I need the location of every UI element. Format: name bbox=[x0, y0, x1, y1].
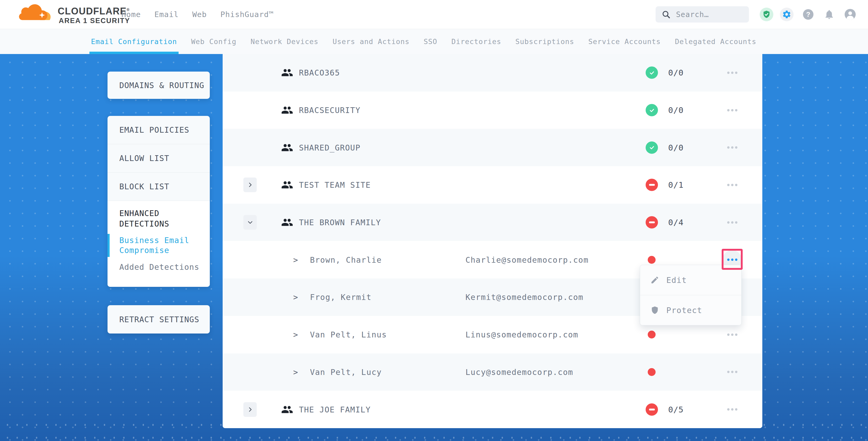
enhanced-detections-section: ENHANCED DETECTIONS Business Email Compr… bbox=[107, 200, 210, 287]
menu-item-edit[interactable]: Edit bbox=[640, 265, 741, 295]
flag-dot-icon bbox=[648, 330, 656, 339]
tab-service-accounts[interactable]: Service Accounts bbox=[588, 29, 661, 54]
group-people-icon bbox=[281, 180, 293, 190]
sidebar-item-domains-routing[interactable]: DOMAINS & ROUTING bbox=[107, 81, 204, 90]
status-icon bbox=[646, 104, 658, 117]
sidebar-item-retract-settings[interactable]: RETRACT SETTINGS bbox=[107, 315, 199, 324]
row-actions-button[interactable] bbox=[722, 138, 742, 157]
product-wordmark: AREA 1 SECURITY bbox=[59, 17, 130, 25]
app-header: CLOUDFLARE® AREA 1 SECURITY HomeEmailWeb… bbox=[0, 0, 868, 29]
sidebar-item-label: BLOCK LIST bbox=[119, 182, 169, 191]
tab-delegated-accounts[interactable]: Delegated Accounts bbox=[675, 29, 756, 54]
sidebar-item-block-list[interactable]: BLOCK LIST bbox=[107, 172, 210, 200]
sidebar-item-email-policies[interactable]: EMAIL POLICIES bbox=[107, 116, 210, 144]
sidebar-item-label: ALLOW LIST bbox=[119, 154, 169, 163]
member-chevron-icon: > bbox=[293, 293, 298, 302]
member-email: Charlie@somedemocorp.com bbox=[465, 255, 588, 264]
minus-icon bbox=[649, 184, 655, 186]
expand-toggle-button[interactable] bbox=[243, 178, 257, 192]
search-placeholder: Search… bbox=[676, 10, 709, 19]
tab-web-config[interactable]: Web Config bbox=[191, 29, 237, 54]
tab-directories[interactable]: Directories bbox=[451, 29, 501, 54]
member-email: Lucy@somedemocorp.com bbox=[465, 367, 573, 377]
menu-item-protect[interactable]: Protect bbox=[640, 295, 741, 325]
row-actions-button[interactable] bbox=[722, 213, 742, 232]
search-icon bbox=[661, 10, 671, 19]
sidebar-item-business-email-compromise[interactable]: Business Email Compromise bbox=[119, 235, 203, 255]
protected-count: 0/5 bbox=[668, 405, 684, 414]
sidebar-card-email-policies: EMAIL POLICIESALLOW LISTBLOCK LIST ENHAN… bbox=[107, 116, 210, 287]
group-name: RBACSECURITY bbox=[299, 106, 361, 115]
member-name: Van Pelt, Linus bbox=[310, 330, 387, 339]
protected-count: 0/4 bbox=[668, 218, 684, 227]
status-icon bbox=[646, 67, 658, 79]
cloudflare-cloud-logo-icon bbox=[13, 2, 58, 24]
row-actions-button[interactable] bbox=[722, 363, 742, 382]
sidebar-item-allow-list[interactable]: ALLOW LIST bbox=[107, 144, 210, 172]
table-row-group: RBACSECURITY 0/0 bbox=[223, 92, 762, 129]
flag-dot-icon bbox=[648, 256, 656, 264]
table-row-group: TEST TEAM SITE 0/1 bbox=[223, 166, 762, 204]
group-people-icon bbox=[281, 404, 293, 415]
sidebar-item-label: EMAIL POLICIES bbox=[119, 125, 189, 134]
shield-check-icon[interactable] bbox=[760, 8, 773, 21]
expand-toggle-button[interactable] bbox=[243, 402, 257, 417]
menu-item-label: Protect bbox=[666, 306, 702, 315]
sidebar-card-domains-routing[interactable]: DOMAINS & ROUTING bbox=[107, 71, 210, 99]
tab-email-configuration[interactable]: Email Configuration bbox=[91, 29, 177, 54]
table-row-group: RBACO365 0/0 bbox=[223, 54, 762, 92]
row-actions-button[interactable] bbox=[722, 325, 742, 344]
row-actions-button[interactable] bbox=[722, 400, 742, 419]
group-people-icon bbox=[281, 217, 293, 228]
enhanced-list: Business Email CompromiseAdded Detection… bbox=[119, 235, 203, 272]
tab-subscriptions[interactable]: Subscriptions bbox=[515, 29, 574, 54]
sidebar-card-retract-settings[interactable]: RETRACT SETTINGS bbox=[107, 305, 210, 334]
pencil-icon bbox=[650, 275, 659, 285]
nav-email[interactable]: Email bbox=[154, 10, 179, 19]
sidebar-item-enhanced-detections[interactable]: ENHANCED DETECTIONS bbox=[119, 208, 203, 229]
minus-icon bbox=[649, 408, 655, 410]
tab-sso[interactable]: SSO bbox=[424, 29, 437, 54]
status-icon bbox=[646, 216, 658, 229]
member-name: Van Pelt, Lucy bbox=[310, 367, 382, 377]
row-actions-context-menu: Edit Protect bbox=[640, 265, 742, 325]
tab-network-devices[interactable]: Network Devices bbox=[250, 29, 318, 54]
menu-item-label: Edit bbox=[666, 276, 687, 285]
flag-dot-icon bbox=[648, 368, 656, 376]
expand-toggle-button[interactable] bbox=[243, 215, 257, 230]
help-question-icon[interactable]: ? bbox=[803, 9, 813, 20]
group-name: TEST TEAM SITE bbox=[299, 180, 371, 190]
protected-count: 0/0 bbox=[668, 143, 684, 152]
user-avatar-icon[interactable] bbox=[844, 8, 856, 21]
nav-phishguard[interactable]: PhishGuard™ bbox=[221, 10, 274, 19]
status-icon bbox=[646, 179, 658, 191]
row-actions-button[interactable] bbox=[722, 175, 742, 194]
nav-web[interactable]: Web bbox=[192, 10, 207, 19]
settings-gear-icon[interactable] bbox=[780, 8, 794, 21]
member-email: Linus@somedemocorp.com bbox=[465, 330, 578, 339]
minus-icon bbox=[649, 222, 655, 223]
nav-home[interactable]: Home bbox=[121, 10, 141, 19]
member-chevron-icon: > bbox=[293, 330, 298, 339]
member-chevron-icon: > bbox=[293, 255, 298, 264]
row-actions-button[interactable] bbox=[722, 63, 742, 82]
protected-count: 0/1 bbox=[668, 180, 684, 190]
secondary-tabbar: Email ConfigurationWeb ConfigNetwork Dev… bbox=[0, 29, 868, 54]
shield-icon bbox=[650, 306, 659, 315]
search-input[interactable]: Search… bbox=[656, 6, 749, 23]
member-chevron-icon: > bbox=[293, 367, 298, 377]
group-name: SHARED_GROUP bbox=[299, 143, 361, 152]
protected-count: 0/0 bbox=[668, 105, 684, 115]
tab-users-and-actions[interactable]: Users and Actions bbox=[333, 29, 409, 54]
notification-bell-icon[interactable] bbox=[824, 9, 835, 20]
sidebar-item-added-detections[interactable]: Added Detections bbox=[119, 262, 203, 272]
table-row-group: THE JOE FAMILY 0/5 bbox=[223, 391, 762, 428]
group-name: THE JOE FAMILY bbox=[299, 405, 371, 414]
group-table: RBACO365 0/0 RBACSECURITY 0/0 SHARED_GRO… bbox=[223, 54, 762, 428]
group-name: RBACO365 bbox=[299, 68, 340, 77]
member-name: Brown, Charlie bbox=[310, 255, 382, 264]
tab-list: Email ConfigurationWeb ConfigNetwork Dev… bbox=[91, 29, 756, 54]
member-email: Kermit@somedemocorp.com bbox=[465, 293, 584, 302]
group-people-icon bbox=[281, 105, 293, 115]
row-actions-button[interactable] bbox=[722, 100, 742, 120]
